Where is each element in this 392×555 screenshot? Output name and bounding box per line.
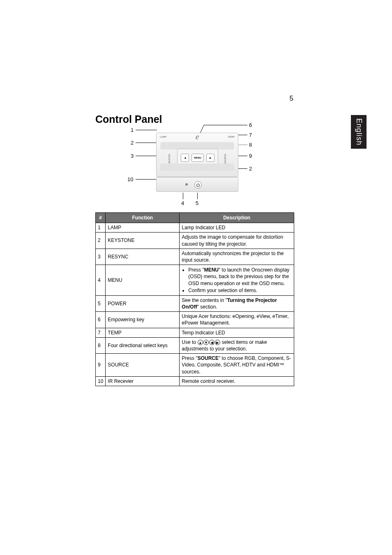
control-panel-table: # Function Description 1 LAMP Lamp Indic… bbox=[95, 212, 294, 386]
cell-desc: Unique Acer functions: eOpening, eView, … bbox=[180, 312, 294, 328]
menu-desc-item-2: Confirm your selection of items. bbox=[188, 287, 292, 294]
cell-desc: Remote control receiver. bbox=[180, 376, 294, 386]
cell-desc: See the contents in "Turning the Project… bbox=[180, 295, 294, 311]
arrow-down-icon: ▼ bbox=[203, 340, 209, 345]
table-row: 10 IR Recevier Remote control receiver. bbox=[96, 376, 294, 386]
brand-e-icon: e bbox=[196, 133, 199, 141]
callout-8: 8 bbox=[249, 142, 252, 148]
source-label: SOURCE bbox=[224, 154, 226, 164]
callout-line bbox=[136, 179, 157, 180]
table-row: 7 TEMP Temp Indicator LED bbox=[96, 328, 294, 337]
cell-desc: Use to ▲▼◀▶ select items or make adjustm… bbox=[180, 337, 294, 353]
callout-3: 3 bbox=[131, 153, 134, 159]
page-number: 5 bbox=[290, 94, 293, 103]
callout-line bbox=[136, 130, 157, 130]
cell-func: MENU bbox=[106, 265, 180, 296]
callout-6: 6 bbox=[249, 122, 252, 128]
callout-4: 4 bbox=[181, 200, 184, 206]
cell-num: 3 bbox=[96, 249, 106, 265]
resync-label: RESYNC bbox=[168, 154, 171, 164]
cell-num: 5 bbox=[96, 295, 106, 311]
cell-func: Empowering key bbox=[106, 312, 180, 328]
table-row: 1 LAMP Lamp Indicator LED bbox=[96, 223, 294, 233]
arrow-left-icon: ◀ bbox=[209, 340, 214, 345]
temp-label: TEMP bbox=[228, 136, 235, 138]
callout-line bbox=[200, 125, 204, 133]
cell-func: POWER bbox=[106, 295, 180, 311]
menu-button: MENU bbox=[191, 154, 204, 162]
callout-line bbox=[197, 193, 198, 199]
th-func: Function bbox=[106, 213, 180, 223]
power-button-icon: ⏻ bbox=[194, 181, 202, 189]
callout-7: 7 bbox=[249, 132, 252, 138]
th-desc: Description bbox=[180, 213, 294, 223]
cell-desc: Press "SOURCE" to choose RGB, Component,… bbox=[180, 354, 294, 377]
cell-desc: Lamp Indicator LED bbox=[180, 223, 294, 233]
callout-10: 10 bbox=[127, 176, 133, 182]
cell-num: 9 bbox=[96, 354, 106, 377]
callout-line bbox=[204, 125, 247, 125]
cell-func: IR Recevier bbox=[106, 376, 180, 386]
table-row: 9 SOURCE Press "SOURCE" to choose RGB, C… bbox=[96, 354, 294, 377]
cell-desc: Adjusts the image to compensate for dist… bbox=[180, 233, 294, 249]
table-header-row: # Function Description bbox=[96, 213, 294, 223]
control-panel-diagram: 1 2 3 10 6 7 8 9 2 4 5 e LAMP TEMP RESYN… bbox=[135, 122, 266, 206]
cell-func: SOURCE bbox=[106, 354, 180, 377]
cell-num: 10 bbox=[96, 376, 106, 386]
arrow-up-icon: ▲ bbox=[198, 340, 203, 345]
table-row: 5 POWER See the contents in "Turning the… bbox=[96, 295, 294, 311]
cell-func: TEMP bbox=[106, 328, 180, 337]
cell-num: 6 bbox=[96, 312, 106, 328]
callout-1: 1 bbox=[131, 127, 134, 133]
menu-desc-item-1: Press "MENU" to launch the Onscreen disp… bbox=[188, 267, 292, 287]
table-row: 6 Empowering key Unique Acer functions: … bbox=[96, 312, 294, 328]
cell-desc: Temp Indicator LED bbox=[180, 328, 294, 337]
cell-func: KEYSTONE bbox=[106, 233, 180, 249]
language-tab-label: English bbox=[355, 118, 363, 145]
keystone-bottom-button bbox=[161, 164, 234, 171]
callout-2: 2 bbox=[131, 140, 134, 146]
panel-top-plate: e LAMP TEMP RESYNC SOURCE ◂ MENU ▸ bbox=[156, 133, 238, 177]
table-row: 8 Four directional select keys Use to ▲▼… bbox=[96, 337, 294, 353]
lamp-label: LAMP bbox=[160, 136, 166, 138]
table-row: 4 MENU Press "MENU" to launch the Onscre… bbox=[96, 265, 294, 296]
arrow-right-icon: ▸ bbox=[206, 154, 214, 162]
callout-9: 9 bbox=[249, 153, 252, 159]
panel-bottom-plate: ⏻ bbox=[156, 177, 238, 192]
cell-func: RESYNC bbox=[106, 249, 180, 265]
cell-func: Four directional select keys bbox=[106, 337, 180, 353]
cell-desc: Automatically synchronizes the projector… bbox=[180, 249, 294, 265]
cell-num: 4 bbox=[96, 265, 106, 296]
cell-num: 2 bbox=[96, 233, 106, 249]
cell-desc: Press "MENU" to launch the Onscreen disp… bbox=[180, 265, 294, 296]
cell-func: LAMP bbox=[106, 223, 180, 233]
arrow-left-icon: ◂ bbox=[181, 154, 189, 162]
table-row: 3 RESYNC Automatically synchronizes the … bbox=[96, 249, 294, 265]
callout-line bbox=[183, 193, 183, 199]
cell-num: 8 bbox=[96, 337, 106, 353]
cell-num: 7 bbox=[96, 328, 106, 337]
cell-num: 1 bbox=[96, 223, 106, 233]
table-row: 2 KEYSTONE Adjusts the image to compensa… bbox=[96, 233, 294, 249]
callout-5: 5 bbox=[196, 200, 198, 206]
language-tab: English bbox=[351, 115, 367, 149]
ir-receiver-icon bbox=[185, 183, 188, 186]
arrow-right-icon: ▶ bbox=[215, 340, 220, 345]
th-num: # bbox=[96, 213, 106, 223]
callout-2b: 2 bbox=[249, 166, 252, 172]
